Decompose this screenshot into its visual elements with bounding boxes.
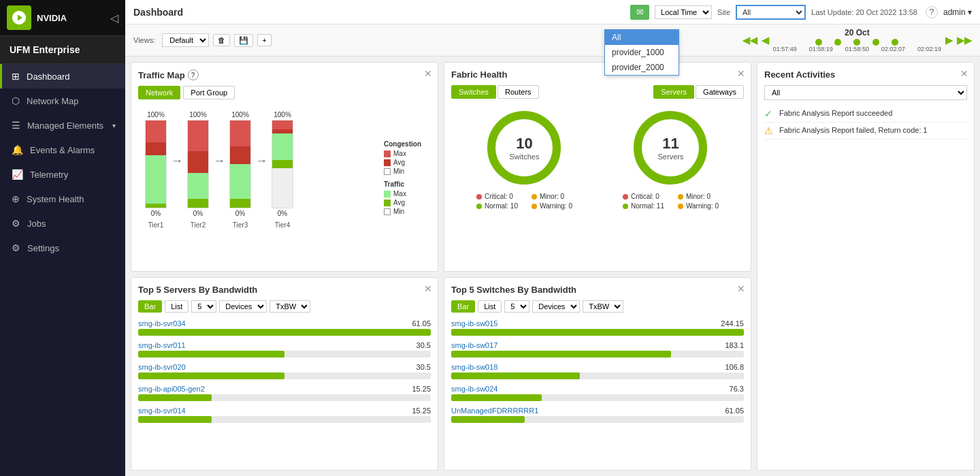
- network-map-icon: ⬡: [12, 95, 20, 106]
- views-label: Views:: [133, 36, 155, 44]
- servers-devices-select[interactable]: Devices: [219, 300, 267, 313]
- traffic-map-tabs: Network Port Group: [138, 86, 431, 99]
- switches-bw-list: smg-ib-sw015 244.15 smg-ib-sw017 183.1 s…: [451, 319, 744, 423]
- chevron-down-icon: ▾: [112, 122, 116, 129]
- servers-donut: 11 Servers: [630, 107, 711, 189]
- time-1: 01:57:49: [773, 46, 797, 52]
- server-name-5[interactable]: smg-ib-svr014: [138, 407, 186, 415]
- switches-count-select[interactable]: 5: [504, 300, 529, 313]
- site-label: Site: [717, 8, 730, 16]
- traffic-map-info-icon[interactable]: ?: [188, 69, 199, 80]
- switches-bar-tab[interactable]: Bar: [451, 300, 475, 313]
- server-name-2[interactable]: smg-ib-svr011: [138, 341, 186, 349]
- managed-elements-icon: ☰: [12, 120, 20, 131]
- switches-count: 10: [509, 135, 539, 153]
- sidebar-item-settings[interactable]: ⚙ Settings: [0, 236, 125, 260]
- telemetry-icon: 📈: [12, 169, 23, 180]
- timeline-date: 20 Oct: [845, 28, 870, 37]
- switch-name-1[interactable]: smg-ib-sw015: [451, 319, 497, 328]
- site-select[interactable]: All provider_1000 provider_2000: [736, 5, 806, 20]
- help-button[interactable]: ?: [926, 6, 938, 18]
- tab-network[interactable]: Network: [138, 86, 180, 99]
- activity-text-1: Fabric Analysis Report succeeded: [779, 108, 892, 118]
- tab-routers[interactable]: Routers: [497, 85, 539, 99]
- switches-bw-row-3: smg-ib-sw018 106.8: [451, 363, 744, 379]
- switches-devices-select[interactable]: Devices: [532, 300, 580, 313]
- timeline-prev-button[interactable]: ◀: [762, 35, 769, 46]
- server-name-3[interactable]: smg-ib-svr020: [138, 363, 186, 371]
- timeline-prev-prev-button[interactable]: ◀◀: [742, 35, 757, 46]
- add-button[interactable]: +: [257, 34, 271, 46]
- servers-metric-select[interactable]: TxBW: [270, 300, 310, 313]
- tab-servers[interactable]: Servers: [653, 85, 694, 99]
- sidebar-item-system-health[interactable]: ⊕ System Health: [0, 187, 125, 211]
- switches-list-tab[interactable]: List: [478, 300, 502, 313]
- timeline-dot-3[interactable]: [853, 39, 860, 46]
- timeline-dot-2[interactable]: [834, 39, 841, 46]
- servers-bw-row-2: smg-ib-svr011 30.5: [138, 341, 431, 358]
- switches-bw-close-button[interactable]: ✕: [737, 283, 745, 294]
- tab-switches[interactable]: Switches: [451, 85, 496, 99]
- timeline-next-button[interactable]: ▶: [945, 35, 953, 46]
- sidebar-item-label: Network Map: [27, 96, 79, 106]
- servers-count-select[interactable]: 5: [191, 300, 216, 313]
- servers-label: Servers: [658, 153, 684, 161]
- dropdown-option-provider2000[interactable]: provider_2000: [605, 60, 679, 75]
- fabric-left-tabs: Switches Routers: [451, 85, 539, 99]
- traffic-legend-title: Traffic: [384, 180, 421, 188]
- servers-list-tab[interactable]: List: [165, 300, 189, 313]
- dropdown-option-provider1000[interactable]: provider_1000: [605, 45, 679, 60]
- sidebar-item-telemetry[interactable]: 📈 Telemetry: [0, 162, 125, 187]
- tab-gateways[interactable]: Gateways: [696, 85, 744, 99]
- tier3-bar: 100% 0% Tier3: [229, 111, 251, 229]
- sidebar-item-jobs[interactable]: ⚙ Jobs: [0, 211, 125, 236]
- servers-bar-tab[interactable]: Bar: [138, 300, 162, 313]
- activity-item-warning: ⚠ Fabric Analysis Report failed, Return …: [764, 123, 967, 140]
- switch-name-2[interactable]: smg-ib-sw017: [451, 341, 497, 349]
- sidebar-item-dashboard[interactable]: ⊞ Dashboard: [0, 64, 125, 89]
- timeline-dot-5[interactable]: [892, 39, 898, 46]
- switches-metric-select[interactable]: TxBW: [583, 300, 623, 313]
- switch-value-4: 76.3: [730, 385, 744, 393]
- server-value-1: 61.05: [412, 319, 431, 328]
- recent-activities-filter[interactable]: All: [764, 85, 967, 100]
- servers-bw-list: smg-ib-svr034 61.05 smg-ib-svr011 30.5 s…: [138, 319, 431, 423]
- server-name-4[interactable]: smg-ib-api005-gen2: [138, 385, 205, 393]
- admin-menu[interactable]: admin ▾: [943, 7, 972, 17]
- sidebar-item-events-alarms[interactable]: 🔔 Events & Alarms: [0, 138, 125, 162]
- servers-bandwidth-panel: Top 5 Servers By Bandwidth ✕ Bar List 5 …: [131, 277, 438, 471]
- nvidia-label: NVIDIA: [37, 13, 67, 23]
- server-name-1[interactable]: smg-ib-svr034: [138, 319, 186, 328]
- sidebar-item-label: Jobs: [27, 219, 46, 229]
- fabric-health-close-button[interactable]: ✕: [737, 68, 745, 79]
- recent-activities-close-button[interactable]: ✕: [960, 68, 968, 79]
- servers-bw-close-button[interactable]: ✕: [424, 283, 432, 294]
- traffic-map-panel: Traffic Map ? ✕ Network Port Group 100%: [131, 62, 438, 272]
- tab-port-group[interactable]: Port Group: [183, 86, 235, 99]
- sidebar-item-managed-elements[interactable]: ☰ Managed Elements ▾: [0, 113, 125, 138]
- sidebar-item-network-map[interactable]: ⬡ Network Map: [0, 89, 125, 113]
- server-value-4: 15.25: [412, 385, 431, 393]
- time-5: 02:02:19: [917, 46, 941, 52]
- time-select[interactable]: Local Time: [655, 5, 712, 19]
- fabric-health-panel: Fabric Health ✕ Switches Routers Servers…: [444, 62, 751, 272]
- switch-name-5[interactable]: UnManagedFDRRRRRR1: [451, 407, 538, 415]
- sidebar-collapse-button[interactable]: ◁: [110, 12, 118, 25]
- email-icon[interactable]: ✉: [630, 5, 649, 20]
- traffic-map-close-button[interactable]: ✕: [424, 68, 432, 79]
- views-select[interactable]: Default: [162, 33, 209, 47]
- switches-stats: Critical: 0 Normal: 10 Minor: 0 Warning:…: [476, 193, 572, 210]
- timeline-dot-1[interactable]: [815, 39, 822, 46]
- timeline-dot-4[interactable]: [872, 39, 879, 46]
- main-content: Dashboard ✉ Local Time Site All provider…: [125, 0, 980, 476]
- dropdown-option-all[interactable]: All: [605, 30, 679, 45]
- sidebar-item-label: Telemetry: [30, 170, 68, 180]
- timeline-next-next-button[interactable]: ▶▶: [957, 35, 972, 46]
- switch-name-3[interactable]: smg-ib-sw018: [451, 363, 497, 371]
- activity-list: ✓ Fabric Analysis Report succeeded ⚠ Fab…: [764, 106, 967, 140]
- save-button[interactable]: 💾: [234, 34, 253, 47]
- time-2: 01:58:19: [809, 46, 833, 52]
- delete-button[interactable]: 🗑: [213, 34, 230, 46]
- fabric-right-tabs: Servers Gateways: [653, 85, 744, 99]
- switch-name-4[interactable]: smg-ib-sw024: [451, 385, 497, 393]
